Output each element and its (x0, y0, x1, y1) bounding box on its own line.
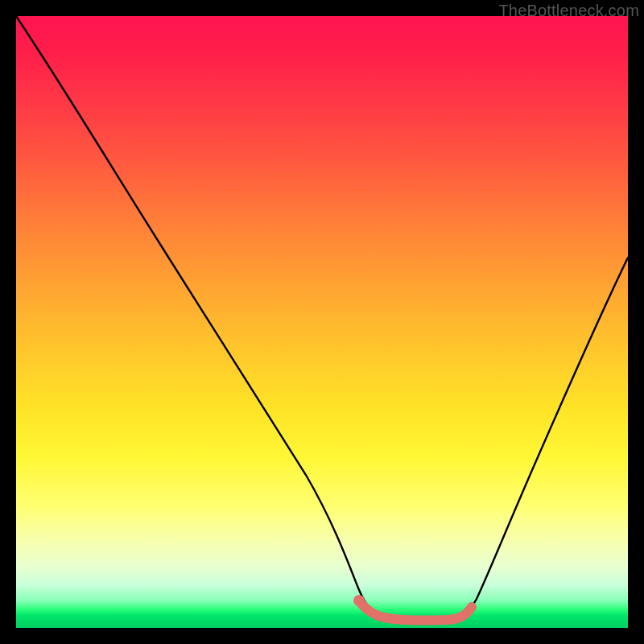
watermark-text: TheBottleneck.com (498, 2, 639, 20)
pink-segment (359, 601, 472, 621)
chart-frame (16, 16, 628, 628)
pink-dot-start (353, 595, 365, 606)
black-curve (16, 16, 628, 621)
curve-layer (16, 16, 628, 628)
